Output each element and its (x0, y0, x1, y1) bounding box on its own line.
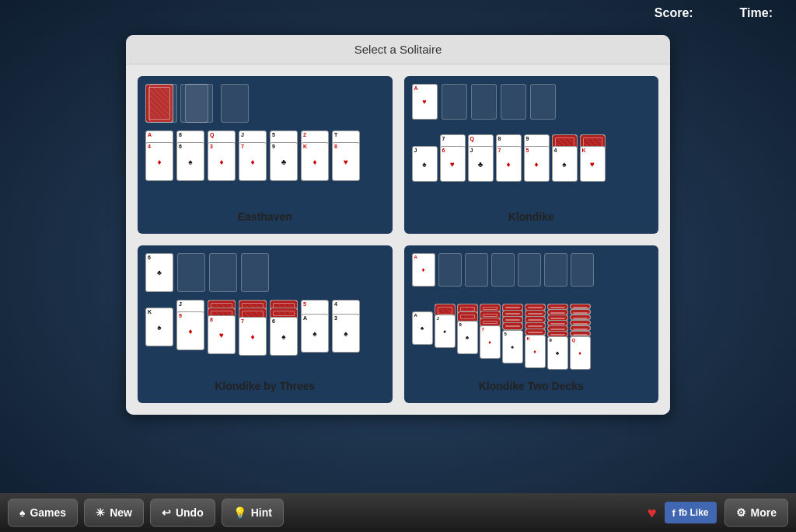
games-icon: ♠ (19, 506, 25, 519)
time-label: Time: (740, 6, 773, 20)
new-button[interactable]: ✳ New (84, 499, 144, 527)
easthaven-preview: A♥ 4♦ 8♣ 6♠ (145, 84, 385, 204)
easthaven-card[interactable]: A♥ 4♦ 8♣ 6♠ (138, 76, 393, 234)
top-bar: Score: Time: (0, 0, 796, 26)
klondike-two-decks-card[interactable]: A♦ A♣ (404, 245, 659, 403)
time-section: Time: (740, 6, 773, 20)
score-section: Score: (655, 6, 693, 20)
new-icon: ✳ (96, 506, 105, 519)
modal-title: Select a Solitaire (126, 35, 670, 64)
game-select-modal: Select a Solitaire (126, 35, 670, 415)
hint-button[interactable]: 💡 Hint (222, 499, 284, 527)
heart-icon: ♥ (648, 504, 657, 522)
more-button[interactable]: ⚙ More (724, 499, 788, 527)
undo-label: Undo (176, 506, 204, 519)
klondike-two-decks-preview: A♦ A♣ (412, 253, 651, 374)
klondike-preview: A♥ J♠ (412, 84, 651, 204)
klondike-name: Klondike (508, 210, 554, 226)
new-label: New (110, 506, 132, 519)
hint-label: Hint (251, 506, 272, 519)
score-label: Score: (655, 6, 693, 20)
klondike-threes-name: Klondike by Threes (215, 380, 315, 395)
klondike-card[interactable]: A♥ J♠ (404, 76, 659, 234)
modal-body: A♥ 4♦ 8♣ 6♠ (126, 64, 670, 415)
more-label: More (751, 506, 777, 519)
easthaven-name: Easthaven (238, 210, 292, 226)
klondike-two-decks-name: Klondike Two Decks (479, 380, 584, 395)
games-button[interactable]: ♠ Games (8, 499, 78, 527)
klondike-threes-card[interactable]: 6♣ K♠ J (138, 245, 393, 403)
fb-icon: f (672, 507, 676, 519)
fb-like-button[interactable]: f fb Like (665, 502, 717, 523)
games-label: Games (30, 506, 66, 519)
hint-icon: 💡 (233, 506, 246, 519)
klondike-threes-preview: 6♣ K♠ J (145, 253, 385, 374)
fb-like-label: fb Like (679, 507, 709, 518)
undo-button[interactable]: ↩ Undo (150, 499, 215, 527)
gear-icon: ⚙ (736, 506, 746, 519)
undo-icon: ↩ (162, 506, 171, 519)
toolbar: ♠ Games ✳ New ↩ Undo 💡 Hint ♥ f fb Like … (0, 493, 796, 532)
toolbar-right: ♥ f fb Like ⚙ More (648, 499, 788, 527)
